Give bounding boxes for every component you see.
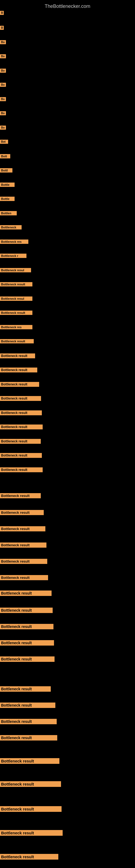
bottleneck-label: Bottleneck result	[0, 830, 63, 836]
bottleneck-item: Bottleneck result	[0, 608, 53, 614]
bottleneck-label: Bottleneck result	[0, 735, 57, 741]
bottleneck-item: Bottleneck result	[0, 806, 61, 813]
bottleneck-item: Bottleneck result	[0, 311, 32, 316]
bottleneck-label: Bottleneck result	[0, 396, 41, 401]
bottleneck-item: Bottl	[0, 168, 12, 174]
bottleneck-item: Bottleneck result	[0, 735, 57, 742]
bottleneck-label: Bottleneck result	[0, 719, 57, 724]
bottleneck-label: Bottleneck result	[0, 640, 54, 646]
bottleneck-label: Bo	[0, 69, 6, 73]
bottleneck-label: Bottleneck result	[0, 806, 61, 812]
bottleneck-label: Bo	[0, 126, 6, 130]
bottleneck-item: Bo	[0, 111, 6, 116]
bottleneck-item: Bottleneck result	[0, 353, 35, 360]
bottleneck-item: Bottleneck result	[0, 656, 54, 663]
bottleneck-label: Bottleneck r	[0, 254, 27, 258]
bottleneck-item: Bottleneck result	[0, 624, 53, 630]
bottleneck-item: Bott	[0, 154, 10, 159]
bottleneck-item: Bottlen	[0, 211, 17, 216]
bottleneck-item: Bottleneck result	[0, 719, 57, 725]
bottleneck-item: Bottleneck result	[0, 339, 34, 344]
bottleneck-item: Bottleneck result	[0, 410, 42, 416]
bottleneck-label: B	[0, 26, 4, 30]
bottleneck-item: B	[0, 11, 4, 16]
bottleneck-label: Bottleneck result	[0, 854, 58, 860]
bottleneck-item: Bottleneck result	[0, 510, 44, 516]
bottleneck-item: Bottleneck result	[0, 439, 41, 445]
bottleneck-label: Bottleneck result	[0, 510, 44, 515]
bottleneck-label: Bottleneck result	[0, 781, 61, 787]
bottleneck-label: Bottleneck result	[0, 410, 42, 415]
bottleneck-label: Bottleneck result	[0, 453, 42, 458]
bottleneck-label: Bottleneck result	[0, 439, 41, 444]
bottleneck-item: Bo	[0, 83, 6, 88]
bottleneck-label: Bottleneck result	[0, 542, 46, 548]
bottleneck-item: Bo	[0, 40, 6, 45]
bottleneck-label: Bottleneck result	[0, 686, 51, 692]
bottleneck-label: Bottleneck result	[0, 624, 53, 629]
bottleneck-item: Bottleneck result	[0, 575, 48, 581]
bottleneck-label: Bottleneck result	[0, 493, 41, 498]
bottleneck-label: Bot	[0, 140, 8, 144]
bottleneck-label: Bottl	[0, 168, 12, 173]
bottleneck-label: Bottleneck result	[0, 608, 53, 613]
bottleneck-item: Bottleneck result	[0, 830, 63, 837]
bottleneck-item: Bottle	[0, 197, 14, 202]
bottleneck-label: Bottleneck result	[0, 758, 59, 764]
bottleneck-item: Bottleneck result	[0, 854, 58, 861]
bottleneck-label: Bottleneck resul	[0, 268, 31, 272]
bottleneck-label: B	[0, 11, 4, 15]
bottleneck-item: Bottleneck res	[0, 325, 32, 330]
bottleneck-label: Bottleneck result	[0, 559, 47, 564]
bottleneck-label: Bottle	[0, 197, 14, 201]
bottleneck-label: Bottle	[0, 183, 14, 187]
bottleneck-item: Bottleneck res	[0, 240, 28, 245]
bottleneck-item: Bottleneck result	[0, 382, 39, 388]
bottleneck-item: Bottleneck result	[0, 425, 43, 431]
bottleneck-item: Bo	[0, 97, 6, 102]
bottleneck-item: Bottleneck result	[0, 640, 54, 647]
bottleneck-item: Bottleneck result	[0, 781, 61, 788]
bottleneck-label: Bo	[0, 111, 6, 115]
bottleneck-item: Bottleneck result	[0, 396, 41, 402]
bottleneck-label: Bottleneck result	[0, 526, 45, 531]
site-title: TheBottlenecker.com	[0, 1, 135, 11]
bottleneck-item: Bottleneck	[0, 225, 21, 230]
bottleneck-item: Bot	[0, 140, 8, 145]
bottleneck-label: Bottleneck result	[0, 353, 35, 358]
bottleneck-item: Bo	[0, 126, 6, 131]
bottleneck-item: B	[0, 26, 4, 31]
bottleneck-label: Bo	[0, 40, 6, 44]
bottleneck-label: Bottleneck result	[0, 311, 32, 315]
bottleneck-label: Bottleneck result	[0, 382, 39, 387]
bottleneck-label: Bottleneck result	[0, 282, 32, 286]
bottleneck-label: Bottleneck result	[0, 590, 52, 596]
bottleneck-label: Bottleneck result	[0, 467, 43, 472]
bottleneck-label: Bottlen	[0, 211, 17, 215]
bottleneck-label: Bottleneck result	[0, 575, 48, 580]
bottleneck-label: Bottleneck result	[0, 368, 37, 372]
bottleneck-label: Bottleneck res	[0, 240, 28, 244]
bottleneck-label: Bo	[0, 97, 6, 101]
bottleneck-label: Bottleneck result	[0, 339, 34, 343]
bottleneck-item: Bottleneck result	[0, 542, 46, 549]
bottleneck-item: Bottleneck result	[0, 686, 51, 693]
bottleneck-item: Bottleneck resul	[0, 297, 32, 302]
bottleneck-item: Bo	[0, 69, 6, 74]
bottleneck-item: Bottleneck result	[0, 467, 43, 473]
bottleneck-label: Bo	[0, 54, 6, 58]
bottleneck-item: Bottleneck result	[0, 368, 37, 373]
bottleneck-label: Bottleneck res	[0, 325, 32, 329]
bottleneck-label: Bo	[0, 83, 6, 87]
bottleneck-item: Bottleneck result	[0, 703, 55, 709]
bottleneck-item: Bottleneck result	[0, 493, 41, 499]
bottleneck-item: Bo	[0, 54, 6, 59]
bottleneck-label: Bottleneck result	[0, 656, 54, 662]
bottleneck-label: Bottleneck resul	[0, 297, 32, 301]
bottleneck-item: Bottleneck result	[0, 282, 32, 287]
bottleneck-item: Bottleneck r	[0, 254, 27, 259]
bottleneck-item: Bottle	[0, 183, 14, 188]
bottleneck-label: Bott	[0, 154, 10, 158]
bottleneck-item: Bottleneck result	[0, 559, 47, 565]
bottleneck-item: Bottleneck result	[0, 453, 42, 459]
